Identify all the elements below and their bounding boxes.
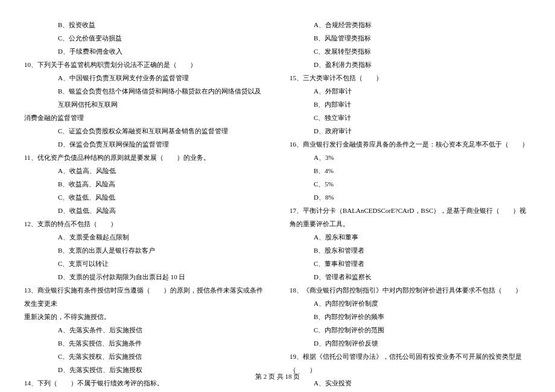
option-text: D、政府审计 [290,124,531,138]
question-continuation: 消费金融的监督管理 [24,111,265,124]
option-text: C、先落实授权、后实施授信 [24,350,265,363]
page-footer: 第 2 页 共 18 页 [0,372,555,381]
option-text: B、收益高、风险高 [24,177,265,191]
option-text: D、8% [290,191,531,204]
option-text: B、股东和管理者 [290,244,531,257]
option-text: C、公允价值变动损益 [24,31,265,45]
option-text: C、证监会负责股权众筹融资和互联网基金销售的监督管理 [24,124,265,138]
question-12: 12、支票的特点不包括（ ） [24,217,265,230]
option-text: D、内部控制评价反馈 [290,337,531,350]
option-text: B、4% [290,164,531,177]
option-text: A、中国银行负责互联网支付业务的监督管理 [24,71,265,84]
option-text: B、投资收益 [24,18,265,31]
option-text: B、支票的出票人是银行存款客户 [24,244,265,257]
option-text: C、董事和管理者 [290,257,531,270]
option-text: B、风险管理类指标 [290,31,531,45]
option-text: C、独立审计 [290,111,531,124]
option-text: A、股东和董事 [290,230,531,244]
option-text: A、先落实条件、后实施授信 [24,323,265,337]
option-text: C、发展转型类指标 [290,45,531,58]
option-text: D、管理者和监察长 [290,270,531,283]
option-text: C、5% [290,177,531,191]
question-15: 15、三大类审计不包括（ ） [290,71,531,84]
option-text: B、内部控制评价的频率 [290,310,531,323]
option-text: A、支票受金额起点限制 [24,230,265,244]
question-16: 16、商业银行发行金融债券应具备的条件之一是：核心资本充足率不低于（ ） [290,138,531,151]
option-text: B、银监会负责包括个体网络借贷和网络小额贷款在内的网络借贷以及互联网信托和互联网 [24,84,265,111]
left-column: B、投资收益 C、公允价值变动损益 D、手续费和佣金收入 10、下列关于各监管机… [24,18,265,390]
option-text: B、内部审计 [290,98,531,111]
option-text: A、内部控制评价制度 [290,297,531,310]
option-text: C、支票可以转让 [24,257,265,270]
option-text: A、外部审计 [290,84,531,98]
option-text: D、保监会负责互联网保险的监督管理 [24,138,265,151]
option-text: D、盈利潜力类指标 [290,58,531,71]
question-18: 18、《商业银行内部控制指引》中对内部控制评价进行具体要求不包括（ ） [290,283,531,297]
question-11: 11、优化资产负债品种结构的原则就是要发展（ ）的业务。 [24,151,265,164]
question-13: 13、商业银行实施有条件授信时应当遵循（ ）的原则，授信条件未落实或条件发生变更… [24,283,265,310]
option-text: A、3% [290,151,531,164]
question-10: 10、下列关于各监管机构职责划分说法不正确的是（ ） [24,58,265,71]
option-text: D、支票的提示付款期限为自出票日起 10 日 [24,270,265,283]
option-text: A、收益高、风险低 [24,164,265,177]
option-text: D、手续费和佣金收入 [24,45,265,58]
option-text: B、先落实授信、后实施条件 [24,337,265,350]
option-text: C、内部控制评价的范围 [290,323,531,337]
option-text: C、收益低、风险低 [24,191,265,204]
question-17: 17、平衡计分卡（BALAnCEDSCorE?CArD，BSC），是基于商业银行… [290,204,531,230]
page-content: B、投资收益 C、公允价值变动损益 D、手续费和佣金收入 10、下列关于各监管机… [0,0,555,392]
option-text: A、合规经营类指标 [290,18,531,31]
question-continuation: 重新决策的，不得实施授信。 [24,310,265,323]
option-text: D、收益低、风险高 [24,204,265,217]
right-column: A、合规经营类指标 B、风险管理类指标 C、发展转型类指标 D、盈利潜力类指标 … [290,18,531,390]
